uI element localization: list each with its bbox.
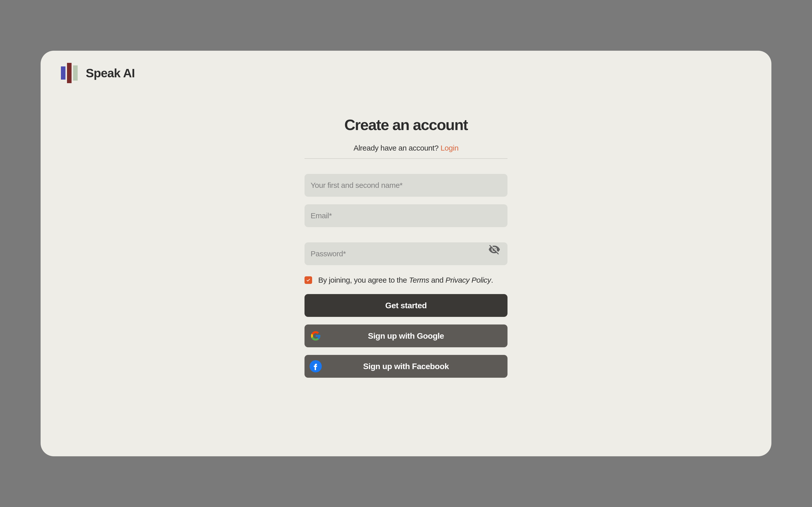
get-started-button[interactable]: Get started bbox=[305, 294, 507, 317]
page-title: Create an account bbox=[305, 116, 507, 133]
name-field[interactable] bbox=[305, 174, 507, 197]
login-link[interactable]: Login bbox=[441, 144, 459, 152]
subtitle: Already have an account? Login bbox=[305, 144, 507, 152]
signup-google-button[interactable]: Sign up with Google bbox=[305, 325, 507, 347]
divider bbox=[305, 158, 507, 159]
terms-link[interactable]: Terms bbox=[409, 276, 429, 284]
signup-facebook-button[interactable]: Sign up with Facebook bbox=[305, 355, 507, 378]
signup-card: Speak AI Create an account Already have … bbox=[41, 51, 771, 456]
terms-checkbox[interactable] bbox=[305, 276, 312, 284]
form-container: Create an account Already have an accoun… bbox=[305, 116, 507, 378]
subtitle-prefix: Already have an account? bbox=[353, 144, 441, 152]
password-field[interactable] bbox=[305, 242, 507, 265]
logo-icon bbox=[61, 63, 78, 83]
terms-row: By joining, you agree to the Terms and P… bbox=[305, 276, 507, 284]
email-field[interactable] bbox=[305, 204, 507, 227]
logo-text: Speak AI bbox=[86, 66, 135, 80]
privacy-link[interactable]: Privacy Policy bbox=[445, 276, 491, 284]
password-wrapper bbox=[305, 227, 507, 265]
logo-area: Speak AI bbox=[61, 63, 751, 83]
terms-text: By joining, you agree to the Terms and P… bbox=[318, 276, 493, 284]
facebook-icon bbox=[310, 360, 322, 373]
google-icon bbox=[310, 330, 322, 342]
eye-off-icon[interactable] bbox=[488, 243, 500, 257]
